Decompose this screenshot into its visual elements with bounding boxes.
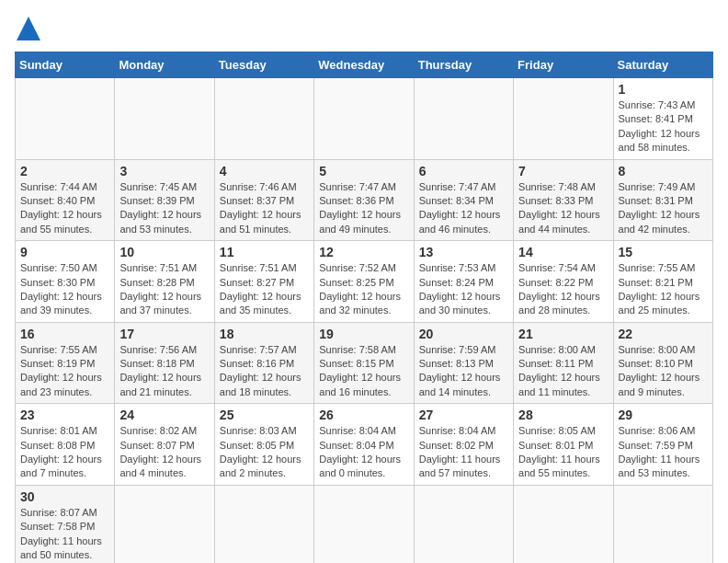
day-number: 30 — [20, 489, 109, 504]
day-detail: Sunrise: 7:47 AMSunset: 8:36 PMDaylight:… — [319, 181, 401, 235]
day-cell — [214, 485, 313, 563]
day-cell: 20 Sunrise: 7:59 AMSunset: 8:13 PMDaylig… — [414, 322, 513, 404]
day-detail: Sunrise: 8:07 AMSunset: 7:58 PMDaylight:… — [20, 507, 102, 560]
day-cell — [414, 78, 513, 160]
day-number: 14 — [518, 245, 608, 259]
day-cell: 19 Sunrise: 7:58 AMSunset: 8:15 PMDaylig… — [314, 322, 414, 404]
day-number: 26 — [319, 408, 408, 422]
day-detail: Sunrise: 8:01 AMSunset: 8:08 PMDaylight:… — [20, 425, 102, 478]
day-cell — [314, 78, 414, 160]
day-number: 16 — [20, 327, 109, 341]
col-header-sunday: Sunday — [16, 52, 115, 78]
day-detail: Sunrise: 7:51 AMSunset: 8:28 PMDaylight:… — [119, 262, 201, 316]
calendar-table: SundayMondayTuesdayWednesdayThursdayFrid… — [15, 52, 713, 563]
day-number: 21 — [518, 327, 608, 341]
day-detail: Sunrise: 7:47 AMSunset: 8:34 PMDaylight:… — [419, 181, 501, 235]
day-cell: 9 Sunrise: 7:50 AMSunset: 8:30 PMDayligh… — [16, 241, 115, 323]
day-detail: Sunrise: 8:00 AMSunset: 8:10 PMDaylight:… — [619, 344, 700, 397]
col-header-wednesday: Wednesday — [314, 52, 414, 78]
day-detail: Sunrise: 8:04 AMSunset: 8:02 PMDaylight:… — [419, 425, 501, 478]
day-number: 22 — [619, 327, 708, 341]
col-header-monday: Monday — [115, 52, 214, 78]
day-number: 13 — [419, 245, 508, 259]
svg-marker-0 — [17, 17, 40, 40]
day-number: 4 — [220, 164, 309, 178]
day-cell — [214, 78, 313, 160]
week-row-5: 23 Sunrise: 8:01 AMSunset: 8:08 PMDaylig… — [16, 404, 713, 486]
col-header-thursday: Thursday — [414, 52, 513, 78]
day-number: 12 — [319, 245, 408, 259]
day-number: 6 — [419, 164, 508, 178]
col-header-tuesday: Tuesday — [214, 52, 313, 78]
day-cell: 13 Sunrise: 7:53 AMSunset: 8:24 PMDaylig… — [414, 241, 513, 323]
day-cell — [16, 78, 115, 160]
day-number: 28 — [518, 408, 608, 422]
week-row-6: 30 Sunrise: 8:07 AMSunset: 7:58 PMDaylig… — [16, 485, 713, 563]
day-detail: Sunrise: 7:53 AMSunset: 8:24 PMDaylight:… — [419, 262, 501, 316]
day-cell: 22 Sunrise: 8:00 AMSunset: 8:10 PMDaylig… — [613, 322, 712, 404]
day-number: 11 — [220, 245, 309, 259]
day-cell: 24 Sunrise: 8:02 AMSunset: 8:07 PMDaylig… — [115, 404, 214, 486]
day-detail: Sunrise: 7:45 AMSunset: 8:39 PMDaylight:… — [119, 181, 201, 235]
day-detail: Sunrise: 8:00 AMSunset: 8:11 PMDaylight:… — [518, 344, 600, 397]
day-cell: 26 Sunrise: 8:04 AMSunset: 8:04 PMDaylig… — [314, 404, 414, 486]
col-header-friday: Friday — [514, 52, 613, 78]
day-cell: 28 Sunrise: 8:05 AMSunset: 8:01 PMDaylig… — [514, 404, 613, 486]
day-number: 5 — [319, 164, 408, 178]
day-cell — [414, 485, 513, 563]
week-row-4: 16 Sunrise: 7:55 AMSunset: 8:19 PMDaylig… — [16, 322, 713, 404]
day-detail: Sunrise: 7:55 AMSunset: 8:21 PMDaylight:… — [619, 262, 700, 316]
day-detail: Sunrise: 7:48 AMSunset: 8:33 PMDaylight:… — [518, 181, 600, 235]
logo — [15, 15, 46, 42]
day-detail: Sunrise: 7:52 AMSunset: 8:25 PMDaylight:… — [319, 262, 401, 316]
day-cell: 12 Sunrise: 7:52 AMSunset: 8:25 PMDaylig… — [314, 241, 414, 323]
day-cell: 1 Sunrise: 7:43 AMSunset: 8:41 PMDayligh… — [613, 78, 712, 160]
day-cell: 5 Sunrise: 7:47 AMSunset: 8:36 PMDayligh… — [314, 159, 414, 241]
day-detail: Sunrise: 8:06 AMSunset: 7:59 PMDaylight:… — [619, 425, 700, 478]
day-number: 29 — [619, 408, 708, 422]
day-detail: Sunrise: 7:50 AMSunset: 8:30 PMDaylight:… — [20, 262, 102, 316]
day-cell — [314, 485, 414, 563]
day-detail: Sunrise: 7:56 AMSunset: 8:18 PMDaylight:… — [119, 344, 201, 397]
page-header — [15, 15, 713, 42]
day-detail: Sunrise: 8:05 AMSunset: 8:01 PMDaylight:… — [518, 425, 600, 478]
day-cell: 14 Sunrise: 7:54 AMSunset: 8:22 PMDaylig… — [514, 241, 613, 323]
day-cell: 3 Sunrise: 7:45 AMSunset: 8:39 PMDayligh… — [115, 159, 214, 241]
day-cell: 8 Sunrise: 7:49 AMSunset: 8:31 PMDayligh… — [613, 159, 712, 241]
day-number: 10 — [119, 245, 209, 259]
day-detail: Sunrise: 7:46 AMSunset: 8:37 PMDaylight:… — [220, 181, 301, 235]
day-number: 3 — [119, 164, 209, 178]
day-number: 25 — [220, 408, 309, 422]
day-detail: Sunrise: 7:44 AMSunset: 8:40 PMDaylight:… — [20, 181, 102, 235]
day-cell — [514, 485, 613, 563]
day-cell: 17 Sunrise: 7:56 AMSunset: 8:18 PMDaylig… — [115, 322, 214, 404]
header-row: SundayMondayTuesdayWednesdayThursdayFrid… — [16, 52, 713, 78]
day-cell: 10 Sunrise: 7:51 AMSunset: 8:28 PMDaylig… — [115, 241, 214, 323]
day-cell: 15 Sunrise: 7:55 AMSunset: 8:21 PMDaylig… — [613, 241, 712, 323]
day-number: 23 — [20, 408, 109, 422]
logo-icon — [15, 15, 42, 42]
day-detail: Sunrise: 7:55 AMSunset: 8:19 PMDaylight:… — [20, 344, 102, 397]
day-detail: Sunrise: 8:04 AMSunset: 8:04 PMDaylight:… — [319, 425, 401, 478]
day-cell: 30 Sunrise: 8:07 AMSunset: 7:58 PMDaylig… — [16, 485, 115, 563]
day-detail: Sunrise: 7:54 AMSunset: 8:22 PMDaylight:… — [518, 262, 600, 316]
day-detail: Sunrise: 8:02 AMSunset: 8:07 PMDaylight:… — [119, 425, 201, 478]
day-cell: 16 Sunrise: 7:55 AMSunset: 8:19 PMDaylig… — [16, 322, 115, 404]
day-detail: Sunrise: 7:57 AMSunset: 8:16 PMDaylight:… — [220, 344, 301, 397]
week-row-3: 9 Sunrise: 7:50 AMSunset: 8:30 PMDayligh… — [16, 241, 713, 323]
day-number: 8 — [619, 164, 708, 178]
day-cell — [514, 78, 613, 160]
day-cell: 18 Sunrise: 7:57 AMSunset: 8:16 PMDaylig… — [214, 322, 313, 404]
week-row-2: 2 Sunrise: 7:44 AMSunset: 8:40 PMDayligh… — [16, 159, 713, 241]
day-detail: Sunrise: 7:59 AMSunset: 8:13 PMDaylight:… — [419, 344, 501, 397]
day-cell: 7 Sunrise: 7:48 AMSunset: 8:33 PMDayligh… — [514, 159, 613, 241]
day-cell: 4 Sunrise: 7:46 AMSunset: 8:37 PMDayligh… — [214, 159, 313, 241]
day-detail: Sunrise: 7:51 AMSunset: 8:27 PMDaylight:… — [220, 262, 301, 316]
day-detail: Sunrise: 7:58 AMSunset: 8:15 PMDaylight:… — [319, 344, 401, 397]
day-number: 9 — [20, 245, 109, 259]
day-detail: Sunrise: 7:49 AMSunset: 8:31 PMDaylight:… — [619, 181, 700, 235]
day-number: 20 — [419, 327, 508, 341]
day-detail: Sunrise: 7:43 AMSunset: 8:41 PMDaylight:… — [619, 99, 700, 153]
day-cell: 23 Sunrise: 8:01 AMSunset: 8:08 PMDaylig… — [16, 404, 115, 486]
day-number: 2 — [20, 164, 109, 178]
